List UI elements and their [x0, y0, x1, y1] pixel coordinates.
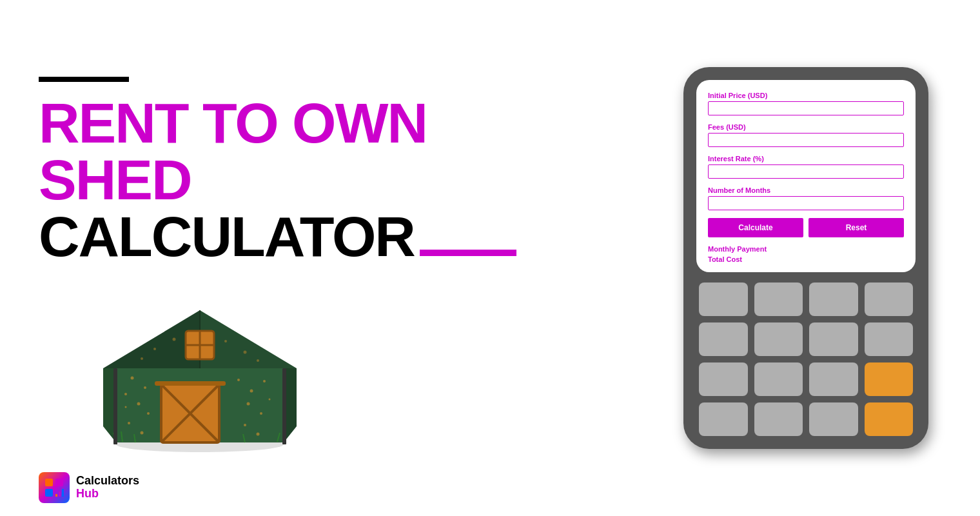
svg-point-20 — [147, 412, 150, 415]
initial-price-field: Initial Price (USD) — [708, 92, 904, 115]
key-btn-9[interactable] — [699, 362, 748, 396]
svg-point-32 — [153, 348, 156, 350]
monthly-payment-label: Monthly Payment — [708, 245, 904, 253]
interest-rate-label: Interest Rate (%) — [708, 155, 904, 163]
logo-svg — [44, 477, 64, 498]
interest-rate-field: Interest Rate (%) — [708, 155, 904, 179]
logo-calculators: Calculators — [76, 475, 139, 488]
initial-price-input[interactable] — [708, 101, 904, 115]
svg-point-30 — [125, 406, 127, 408]
svg-point-22 — [141, 432, 144, 435]
shed-illustration — [39, 284, 683, 452]
svg-point-28 — [244, 424, 246, 426]
svg-point-29 — [257, 433, 260, 436]
svg-point-26 — [247, 402, 250, 406]
svg-rect-50 — [59, 491, 61, 497]
key-btn-1[interactable] — [699, 283, 748, 316]
key-btn-12-orange[interactable] — [865, 362, 914, 396]
svg-rect-44 — [113, 368, 117, 444]
reset-button[interactable]: Reset — [808, 218, 904, 237]
bottom-decorative-bar — [420, 250, 516, 256]
svg-point-24 — [250, 390, 253, 393]
svg-point-31 — [269, 399, 271, 401]
top-decorative-bar — [39, 77, 129, 82]
fees-label: Fees (USD) — [708, 123, 904, 131]
svg-rect-48 — [45, 489, 53, 497]
key-btn-15[interactable] — [809, 402, 858, 436]
title-line-3: CALCULATOR — [39, 208, 683, 265]
svg-point-35 — [224, 340, 227, 342]
calculator-screen: Initial Price (USD) Fees (USD) Interest … — [696, 80, 916, 272]
svg-point-16 — [131, 377, 134, 380]
logo-area: Calculators Hub — [39, 472, 139, 503]
svg-point-27 — [260, 412, 262, 415]
svg-rect-11 — [155, 381, 226, 386]
initial-price-label: Initial Price (USD) — [708, 92, 904, 99]
svg-rect-47 — [55, 479, 63, 486]
action-buttons-row: Calculate Reset — [708, 218, 904, 237]
key-btn-16-orange[interactable] — [865, 402, 914, 436]
months-label: Number of Months — [708, 186, 904, 194]
total-cost-label: Total Cost — [708, 255, 904, 263]
svg-rect-51 — [62, 489, 64, 497]
svg-point-17 — [144, 386, 146, 389]
fees-input[interactable] — [708, 133, 904, 147]
months-field: Number of Months — [708, 186, 904, 210]
svg-point-33 — [173, 338, 176, 341]
svg-rect-45 — [282, 368, 286, 444]
calculator-device: Initial Price (USD) Fees (USD) Interest … — [683, 67, 928, 449]
key-btn-14[interactable] — [754, 402, 803, 436]
title-line-2: SHED — [39, 152, 683, 208]
interest-rate-input[interactable] — [708, 164, 904, 179]
key-btn-13[interactable] — [699, 402, 748, 436]
fees-field: Fees (USD) — [708, 123, 904, 147]
right-section: Initial Price (USD) Fees (USD) Interest … — [683, 67, 941, 449]
svg-rect-46 — [45, 479, 53, 486]
shed-svg — [90, 284, 309, 452]
svg-point-34 — [141, 357, 143, 360]
logo-hub: Hub — [76, 488, 139, 501]
svg-point-37 — [257, 359, 259, 362]
key-btn-11[interactable] — [809, 362, 858, 396]
key-btn-5[interactable] — [699, 322, 748, 356]
svg-rect-49 — [55, 494, 57, 497]
svg-point-18 — [124, 393, 127, 395]
title-line-1: RENT TO OWN — [39, 95, 683, 152]
key-btn-10[interactable] — [754, 362, 803, 396]
logo-icon — [39, 472, 70, 503]
calculate-button[interactable]: Calculate — [708, 218, 803, 237]
key-btn-8[interactable] — [865, 322, 914, 356]
months-input[interactable] — [708, 196, 904, 210]
svg-point-21 — [128, 422, 130, 424]
key-btn-4[interactable] — [865, 283, 914, 316]
left-section: RENT TO OWN SHED CALCULATOR — [39, 64, 683, 452]
title-line-3-text: CALCULATOR — [39, 208, 415, 265]
key-btn-6[interactable] — [754, 322, 803, 356]
key-btn-3[interactable] — [809, 283, 858, 316]
svg-point-19 — [137, 402, 141, 406]
keypad — [696, 283, 916, 436]
key-btn-2[interactable] — [754, 283, 803, 316]
logo-text: Calculators Hub — [76, 475, 139, 501]
key-btn-7[interactable] — [809, 322, 858, 356]
svg-point-25 — [263, 380, 266, 382]
svg-point-36 — [244, 351, 247, 354]
svg-point-23 — [237, 379, 240, 381]
